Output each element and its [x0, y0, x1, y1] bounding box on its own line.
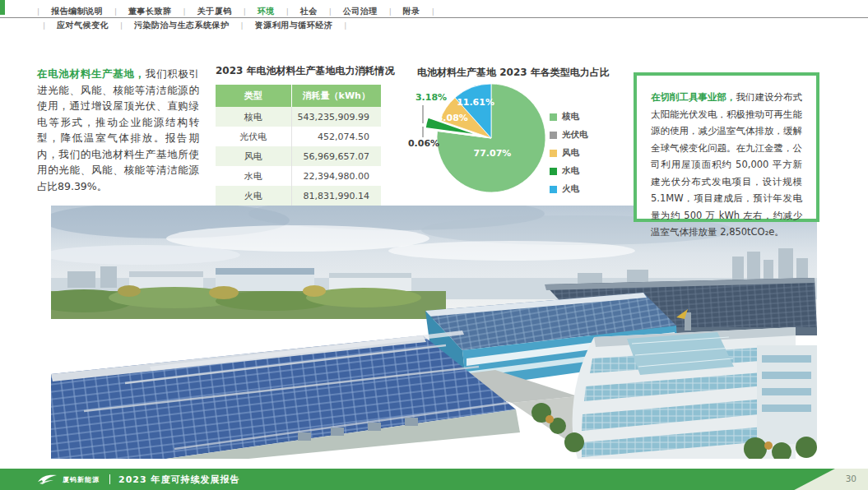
case-paragraph: 在切削工具事业部，我们建设分布式太阳能光伏发电，积极推动可再生能源的使用，减少温… [651, 89, 802, 241]
footer-bar: 厦钨新能源 2023 年度可持续发展报告 [0, 469, 868, 490]
intro-lead: 在电池材料生产基地， [37, 67, 146, 80]
pie-value-label-水电: 3.18% [415, 92, 447, 103]
nav-row-2: |应对气候变化|污染防治与生态系统保护|资源利用与循环经济| [43, 20, 346, 31]
table-row: 光伏电452,074.50 [216, 127, 381, 146]
legend-swatch-icon [550, 150, 557, 157]
nav-separator: | [244, 7, 246, 16]
nav-item-污染防治与生态系统保护[interactable]: 污染防治与生态系统保护 [134, 20, 230, 31]
nav-item-董事长致辞[interactable]: 董事长致辞 [128, 6, 172, 17]
logo-text: 厦钨新能源 [63, 475, 100, 484]
table-cell: 22,394,980.00 [291, 166, 381, 186]
legend-item-核电: 核电 [550, 111, 588, 122]
table-cell: 光伏电 [216, 127, 291, 146]
legend-item-水电: 水电 [550, 165, 588, 177]
footer-divider [109, 474, 110, 484]
report-page: |报告编制说明|董事长致辞|关于厦钨|环境|社会|公司治理|附录| |应对气候变… [0, 0, 868, 490]
facility-photo [51, 206, 817, 459]
nav-item-资源利用与循环经济[interactable]: 资源利用与循环经济 [255, 20, 333, 31]
nav-separator: | [241, 21, 244, 30]
table-row: 火电81,831,990.14 [216, 186, 381, 206]
nav-item-附录[interactable]: 附录 [403, 6, 420, 17]
pie-value-label-光伏电: 0.06% [408, 138, 439, 149]
nav-item-公司治理[interactable]: 公司治理 [343, 6, 378, 17]
logo-bird-icon [37, 474, 58, 485]
legend-label: 水电 [562, 165, 579, 177]
facility-photo-illustration [51, 206, 817, 459]
legend-swatch-icon [550, 113, 557, 121]
case-body: 我们建设分布式太阳能光伏发电，积极推动可再生能源的使用，减少温室气体排放，缓解全… [651, 91, 802, 238]
company-logo: 厦钨新能源 [37, 474, 100, 485]
case-lead: 在切削工具事业部， [651, 91, 736, 103]
legend-item-风电: 风电 [550, 147, 588, 159]
pie-value-label-风电: 8.08% [437, 113, 468, 123]
table-row: 风电56,969,657.07 [216, 146, 381, 166]
page-edge-accent [0, 0, 5, 15]
nav-separator: | [432, 7, 434, 16]
pie-chart: 77.07%0.06%3.18%8.08%11.61% [402, 72, 550, 212]
intro-body: 我们积极引进光能、风能、核能等清洁能源的使用，通过增设屋顶光伏、直购绿电等形式，… [37, 67, 199, 192]
pie-value-label-火电: 11.61% [457, 97, 494, 108]
table-header: 类型消耗量（kWh） [216, 85, 381, 107]
nav-divider-line [0, 17, 868, 18]
legend-swatch-icon [550, 186, 557, 193]
legend-item-光伏电: 光伏电 [550, 129, 588, 141]
nav-separator: | [114, 7, 117, 16]
case-study-box: 在切削工具事业部，我们建设分布式太阳能光伏发电，积极推动可再生能源的使用，减少温… [634, 72, 819, 222]
nav-separator: | [329, 7, 332, 16]
nav-separator: | [344, 21, 346, 30]
table-cell: 水电 [216, 166, 291, 186]
nav-separator: | [43, 21, 45, 30]
table-row: 核电543,235,909.99 [216, 107, 381, 127]
table-cell: 核电 [216, 107, 291, 127]
nav-separator: | [37, 7, 39, 16]
table-cell: 火电 [216, 186, 291, 206]
table-title: 2023 年电池材料生产基地电力消耗情况 [216, 64, 381, 78]
report-title: 2023 年度可持续发展报告 [118, 474, 239, 486]
footer: 30 厦钨新能源 2023 年度可持续发展报告 [0, 469, 868, 490]
legend-label: 光伏电 [562, 129, 588, 141]
energy-table-section: 2023 年电池材料生产基地电力消耗情况 类型消耗量（kWh） 核电543,23… [216, 64, 381, 226]
nav-row-1: |报告编制说明|董事长致辞|关于厦钨|环境|社会|公司治理|附录| [37, 6, 434, 17]
pie-value-label-核电: 77.07% [474, 148, 512, 159]
nav-separator: | [120, 21, 123, 30]
nav-item-应对气候变化[interactable]: 应对气候变化 [57, 20, 109, 31]
table-cell: 543,235,909.99 [291, 107, 381, 127]
table-column-header: 类型 [216, 85, 291, 107]
nav-item-报告编制说明[interactable]: 报告编制说明 [51, 6, 103, 17]
nav-item-环境[interactable]: 环境 [258, 6, 275, 17]
nav-separator: | [183, 7, 186, 16]
nav-separator: | [389, 7, 392, 16]
legend-item-火电: 火电 [550, 183, 588, 195]
table-cell: 风电 [216, 146, 291, 166]
legend-swatch-icon [550, 168, 557, 175]
table-cell: 81,831,990.14 [291, 186, 381, 206]
table-cell: 56,969,657.07 [291, 146, 381, 166]
table-column-header: 消耗量（kWh） [291, 85, 381, 107]
table-cell: 452,074.50 [291, 127, 381, 146]
page-number: 30 [846, 474, 856, 483]
nav-item-关于厦钨[interactable]: 关于厦钨 [197, 6, 232, 17]
legend-swatch-icon [550, 132, 557, 139]
pie-legend: 核电光伏电风电水电火电 [550, 111, 588, 195]
legend-label: 火电 [562, 183, 579, 195]
nav-item-社会[interactable]: 社会 [300, 6, 318, 17]
intro-paragraph: 在电池材料生产基地，我们积极引进光能、风能、核能等清洁能源的使用，通过增设屋顶光… [37, 66, 199, 194]
table-row: 水电22,394,980.00 [216, 166, 381, 186]
nav-separator: | [286, 7, 289, 16]
legend-label: 风电 [562, 147, 579, 159]
legend-label: 核电 [562, 111, 579, 122]
